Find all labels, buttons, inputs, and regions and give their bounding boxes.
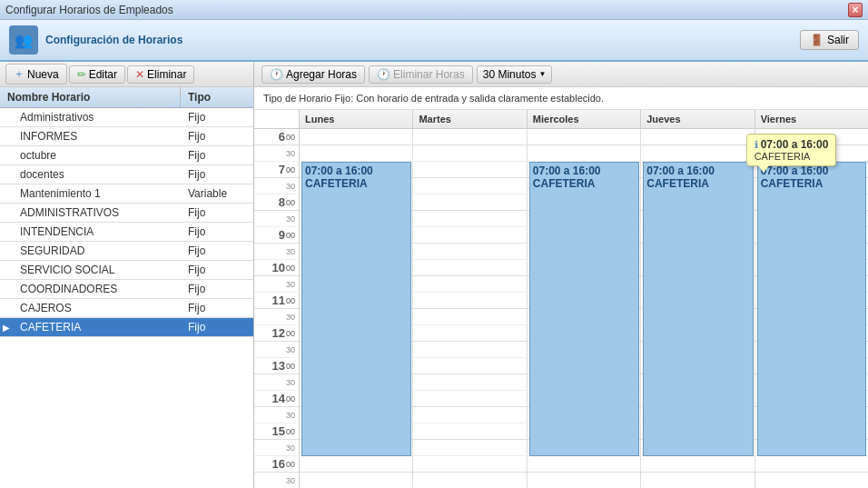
- table-row[interactable]: SEGURIDAD Fijo: [0, 242, 253, 261]
- time-label: 30: [254, 407, 300, 423]
- nueva-icon: ＋: [14, 66, 25, 82]
- eliminar-button[interactable]: ✕ Eliminar: [127, 65, 194, 84]
- table-row[interactable]: CAJEROS Fijo: [0, 299, 253, 318]
- title-bar-label: Configurar Horarios de Empleados: [5, 4, 173, 16]
- row-nombre: Mantenimiento 1: [13, 184, 181, 203]
- day-cell[interactable]: [755, 456, 868, 472]
- close-button[interactable]: ×: [848, 3, 863, 17]
- table-header: Nombre Horario Tipo: [0, 87, 253, 108]
- schedule-container[interactable]: Lunes Martes Miercoles Jueves Viernes 60…: [254, 110, 868, 488]
- app-icon: 👥: [9, 25, 38, 55]
- time-label: 800: [254, 194, 300, 210]
- header-tipo: Tipo: [181, 87, 253, 107]
- table-row[interactable]: COORDINADORES Fijo: [0, 280, 253, 299]
- day-cell[interactable]: [413, 227, 527, 243]
- row-indicator: [0, 261, 13, 279]
- time-label: 900: [254, 227, 300, 243]
- row-indicator: [0, 127, 13, 145]
- day-cell[interactable]: [300, 456, 413, 472]
- day-cell[interactable]: [413, 456, 527, 472]
- day-cell[interactable]: [413, 293, 527, 308]
- day-cell[interactable]: [413, 374, 527, 390]
- day-cell[interactable]: [413, 276, 527, 292]
- day-cell[interactable]: [641, 456, 755, 472]
- day-cell[interactable]: [641, 473, 755, 488]
- row-indicator: [0, 184, 13, 203]
- schedule-block[interactable]: 07:00 a 16:00CAFETERIA: [643, 162, 753, 456]
- table-row[interactable]: docentes Fijo: [0, 165, 253, 184]
- eliminar-horas-button[interactable]: 🕐 Eliminar Horas: [369, 65, 473, 84]
- table-row[interactable]: Administrativos Fijo: [0, 108, 253, 127]
- day-cell[interactable]: [755, 473, 868, 488]
- day-cell[interactable]: [413, 473, 527, 488]
- day-cell[interactable]: [413, 423, 527, 439]
- schedule-block[interactable]: 07:00 a 16:00CAFETERIA: [301, 162, 411, 456]
- day-cell[interactable]: [528, 145, 641, 161]
- day-cell[interactable]: [413, 358, 527, 373]
- row-tipo: Fijo: [181, 299, 253, 317]
- eliminar-icon: ✕: [135, 68, 144, 81]
- day-cell[interactable]: [300, 473, 413, 488]
- time-label: 30: [254, 440, 300, 455]
- table-row[interactable]: octubre Fijo: [0, 146, 253, 165]
- day-cell[interactable]: [413, 391, 527, 406]
- schedule-block[interactable]: 07:00 a 16:00CAFETERIA: [757, 162, 866, 456]
- minutos-dropdown[interactable]: 30 Minutos ▼: [477, 65, 553, 84]
- day-cell[interactable]: [413, 309, 527, 324]
- day-cell[interactable]: [300, 145, 413, 161]
- day-cell[interactable]: [528, 456, 641, 472]
- schedule-block[interactable]: 07:00 a 16:00CAFETERIA: [529, 162, 639, 456]
- day-cell[interactable]: [413, 260, 527, 275]
- salir-button[interactable]: 🚪 Salir: [800, 30, 859, 50]
- day-cell[interactable]: [413, 342, 527, 357]
- row-tipo: Fijo: [181, 223, 253, 241]
- time-label: 1600: [254, 456, 300, 472]
- time-label: 30: [254, 211, 300, 226]
- agregar-horas-button[interactable]: 🕐 Agregar Horas: [261, 65, 365, 84]
- table-row[interactable]: Mantenimiento 1 Variable: [0, 184, 253, 204]
- day-viernes: Viernes: [755, 110, 868, 128]
- row-indicator: [0, 146, 13, 164]
- day-cell[interactable]: [641, 129, 755, 144]
- table-row[interactable]: ADMINISTRATIVOS Fijo: [0, 204, 253, 223]
- time-label: 30: [254, 473, 300, 488]
- time-label: 1300: [254, 358, 300, 373]
- row-nombre: Administrativos: [13, 108, 181, 126]
- day-cell[interactable]: [413, 211, 527, 226]
- day-cell[interactable]: [413, 440, 527, 455]
- info-text: Tipo de Horario Fijo: Con horario de ent…: [254, 87, 868, 110]
- day-cell[interactable]: [300, 129, 413, 144]
- salir-icon: 🚪: [810, 34, 824, 46]
- time-label: 30: [254, 145, 300, 161]
- day-cell[interactable]: [528, 129, 641, 144]
- eliminar-horas-label: Eliminar Horas: [393, 68, 465, 81]
- day-cell[interactable]: [528, 473, 641, 488]
- table-row[interactable]: INFORMES Fijo: [0, 127, 253, 146]
- day-cell[interactable]: [413, 178, 527, 194]
- row-nombre: ADMINISTRATIVOS: [13, 204, 181, 222]
- row-nombre: SEGURIDAD: [13, 242, 181, 260]
- nueva-button[interactable]: ＋ Nueva: [5, 64, 67, 85]
- row-indicator: [0, 108, 13, 126]
- row-indicator: [0, 280, 13, 298]
- time-label: 1100: [254, 293, 300, 308]
- right-toolbar: 🕐 Agregar Horas 🕐 Eliminar Horas 30 Minu…: [254, 62, 868, 87]
- day-cell[interactable]: [641, 145, 755, 161]
- row-tipo: Fijo: [181, 261, 253, 279]
- table-row[interactable]: INTENDENCIA Fijo: [0, 223, 253, 242]
- day-cell[interactable]: [413, 407, 527, 423]
- header-nombre: Nombre Horario: [0, 87, 181, 107]
- editar-button[interactable]: ✏ Editar: [69, 65, 125, 84]
- day-cell[interactable]: [413, 162, 527, 177]
- row-nombre: SERVICIO SOCIAL: [13, 261, 181, 279]
- time-label: 30: [254, 309, 300, 324]
- day-cell[interactable]: [413, 244, 527, 259]
- day-cell[interactable]: [413, 325, 527, 341]
- day-cell[interactable]: [413, 194, 527, 210]
- row-tipo: Fijo: [181, 280, 253, 298]
- table-row[interactable]: SERVICIO SOCIAL Fijo: [0, 261, 253, 280]
- row-indicator: [0, 299, 13, 317]
- day-cell[interactable]: [413, 129, 527, 144]
- table-row[interactable]: ▶ CAFETERIA Fijo: [0, 318, 253, 337]
- day-cell[interactable]: [413, 145, 527, 161]
